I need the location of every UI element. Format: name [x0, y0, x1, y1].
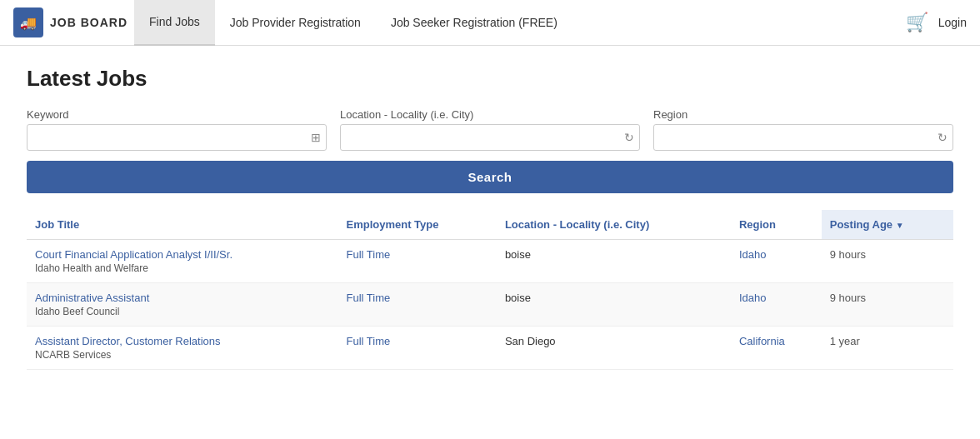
- keyword-label: Keyword: [27, 108, 327, 121]
- location-refresh-icon[interactable]: ↻: [624, 131, 634, 144]
- cell-job-title: Court Financial Application Analyst I/II…: [27, 240, 338, 283]
- nav-item-find-jobs[interactable]: Find Jobs: [134, 0, 215, 46]
- cell-posting-age: 1 year: [822, 327, 953, 370]
- search-button[interactable]: Search: [27, 161, 953, 193]
- region-input-wrap: ↻: [653, 124, 953, 151]
- nav-item-provider-registration[interactable]: Job Provider Registration: [215, 0, 376, 46]
- cell-posting-age: 9 hours: [822, 240, 953, 283]
- cell-posting-age: 9 hours: [822, 283, 953, 327]
- cell-region: Idaho: [731, 283, 822, 327]
- jobs-table: Job Title Employment Type Location - Loc…: [27, 210, 953, 370]
- navbar: 🚚 JOB BOARD Find Jobs Job Provider Regis…: [0, 0, 980, 46]
- table-header-row: Job Title Employment Type Location - Loc…: [27, 210, 953, 240]
- keyword-input-wrap: ⊞: [27, 124, 327, 151]
- cell-region: Idaho: [731, 240, 822, 283]
- col-location: Location - Locality (i.e. City): [497, 210, 731, 240]
- location-input[interactable]: [346, 125, 624, 150]
- login-link[interactable]: Login: [938, 16, 967, 29]
- cell-employment-type: Full Time: [338, 327, 497, 370]
- job-title-link[interactable]: Assistant Director, Customer Relations: [35, 335, 330, 347]
- main-content: Latest Jobs Keyword ⊞ Location - Localit…: [0, 46, 980, 390]
- region-refresh-icon[interactable]: ↻: [938, 131, 948, 144]
- table-row: Court Financial Application Analyst I/II…: [27, 240, 953, 283]
- brand-label: JOB BOARD: [50, 16, 128, 29]
- location-label: Location - Locality (i.e. City): [340, 108, 640, 121]
- keyword-icon: ⊞: [311, 131, 321, 144]
- region-label: Region: [653, 108, 953, 121]
- cell-employment-type: Full Time: [338, 283, 497, 327]
- cell-location: San Diego: [497, 327, 731, 370]
- location-input-wrap: ↻: [340, 124, 640, 151]
- table-row: Administrative Assistant Idaho Beef Coun…: [27, 283, 953, 327]
- sort-arrow-icon: ▼: [896, 221, 904, 230]
- keyword-input[interactable]: [32, 125, 311, 150]
- region-link[interactable]: Idaho: [739, 292, 767, 304]
- job-title-link[interactable]: Court Financial Application Analyst I/II…: [35, 248, 330, 261]
- nav-right: 🛒 Login: [906, 12, 967, 33]
- cell-region: California: [731, 327, 822, 370]
- search-fields: Keyword ⊞ Location - Locality (i.e. City…: [27, 108, 953, 151]
- job-company: Idaho Beef Council: [35, 306, 330, 317]
- brand-icon: 🚚: [13, 7, 43, 37]
- cell-location: boise: [497, 240, 731, 283]
- cell-job-title: Administrative Assistant Idaho Beef Coun…: [27, 283, 338, 327]
- cell-location: boise: [497, 283, 731, 327]
- cell-employment-type: Full Time: [338, 240, 497, 283]
- jobs-tbody: Court Financial Application Analyst I/II…: [27, 240, 953, 370]
- nav-items: Find Jobs Job Provider Registration Job …: [134, 0, 906, 45]
- page-title: Latest Jobs: [27, 66, 953, 92]
- region-field-group: Region ↻: [653, 108, 953, 151]
- region-input[interactable]: [659, 125, 938, 150]
- nav-item-seeker-registration[interactable]: Job Seeker Registration (FREE): [376, 0, 572, 46]
- col-region: Region: [731, 210, 822, 240]
- cell-job-title: Assistant Director, Customer Relations N…: [27, 327, 338, 370]
- search-form: Keyword ⊞ Location - Locality (i.e. City…: [27, 108, 953, 193]
- col-posting-age[interactable]: Posting Age ▼: [822, 210, 953, 240]
- table-row: Assistant Director, Customer Relations N…: [27, 327, 953, 370]
- cart-icon[interactable]: 🛒: [906, 12, 928, 33]
- job-title-link[interactable]: Administrative Assistant: [35, 292, 330, 304]
- brand[interactable]: 🚚 JOB BOARD: [13, 7, 128, 37]
- region-link[interactable]: Idaho: [739, 248, 767, 261]
- job-company: NCARB Services: [35, 349, 330, 361]
- table-header: Job Title Employment Type Location - Loc…: [27, 210, 953, 240]
- col-employment-type: Employment Type: [338, 210, 497, 240]
- job-company: Idaho Health and Welfare: [35, 262, 330, 274]
- location-field-group: Location - Locality (i.e. City) ↻: [340, 108, 640, 151]
- keyword-field-group: Keyword ⊞: [27, 108, 327, 151]
- region-link[interactable]: California: [739, 335, 785, 347]
- col-job-title: Job Title: [27, 210, 338, 240]
